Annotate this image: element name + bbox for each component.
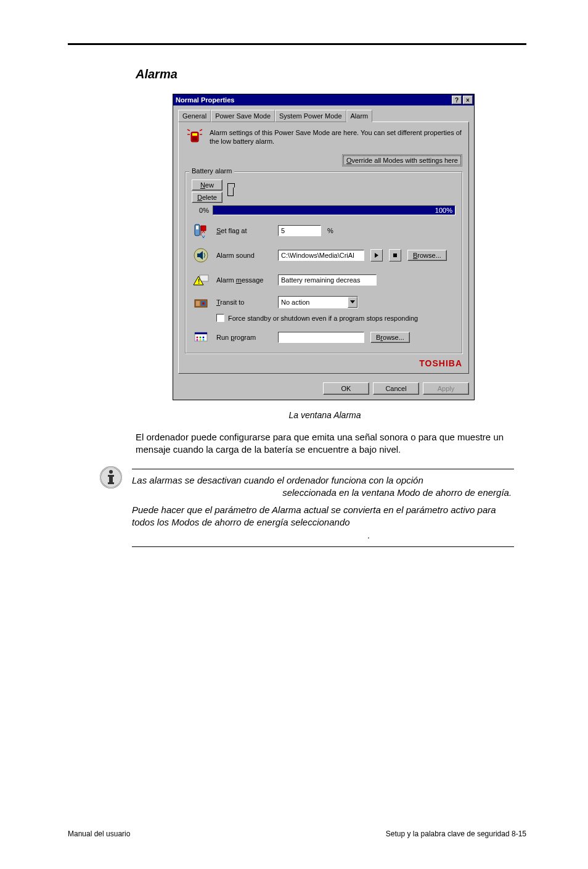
program-icon bbox=[192, 328, 210, 347]
svg-point-24 bbox=[203, 339, 205, 341]
scale-min: 0% bbox=[192, 207, 209, 214]
row-alarm-message: ! Alarm message bbox=[192, 271, 455, 289]
cancel-button[interactable]: Cancel bbox=[373, 382, 419, 395]
chevron-down-icon bbox=[348, 297, 357, 308]
screenshot: Normal Properties ? × General Power Save… bbox=[173, 94, 475, 400]
tab-system-power[interactable]: System Power Mode bbox=[275, 110, 346, 122]
svg-rect-8 bbox=[196, 226, 198, 229]
svg-point-19 bbox=[197, 337, 198, 339]
warning-icon: ! bbox=[192, 271, 210, 289]
svg-point-20 bbox=[200, 337, 202, 339]
scale-bar[interactable]: 100% bbox=[213, 205, 455, 215]
alarm-message-input[interactable] bbox=[278, 274, 377, 286]
note-top-rule bbox=[132, 469, 514, 469]
tab-alarm[interactable]: Alarm bbox=[346, 110, 373, 122]
row-force: Force standby or shutdown even if a prog… bbox=[216, 314, 455, 322]
figure-caption: La ventana Alarma bbox=[136, 410, 514, 420]
browse-program-button[interactable]: Browse... bbox=[370, 332, 410, 343]
row-set-flag: Set flag at % bbox=[192, 221, 455, 240]
percent-label: % bbox=[327, 227, 333, 234]
page-footer: Manual del usuario Setup y la palabra cl… bbox=[68, 830, 526, 838]
svg-line-3 bbox=[187, 130, 190, 131]
svg-point-22 bbox=[197, 339, 198, 341]
top-rule bbox=[68, 43, 526, 45]
body-paragraph: El ordenador puede configurarse para que… bbox=[136, 431, 514, 456]
brand-logo: TOSHIBA bbox=[185, 358, 462, 368]
dialog-footer: OK Cancel Apply bbox=[173, 379, 474, 400]
set-flag-label: Set flag at bbox=[216, 227, 272, 234]
apply-button[interactable]: Apply bbox=[423, 382, 469, 395]
stop-button[interactable] bbox=[389, 249, 401, 262]
svg-rect-30 bbox=[108, 482, 114, 484]
force-label: Force standby or shutdown even if a prog… bbox=[228, 315, 418, 322]
svg-point-16 bbox=[202, 302, 205, 305]
alarm-icon bbox=[185, 128, 205, 148]
footer-left: Manual del usuario bbox=[68, 830, 130, 838]
svg-text:!: ! bbox=[198, 278, 200, 285]
scale-max: 100% bbox=[435, 207, 452, 214]
run-program-label: Run program bbox=[216, 334, 272, 341]
row-run-program: Run program Browse... bbox=[192, 328, 455, 347]
dialog-description: Alarm settings of this Power Save Mode a… bbox=[210, 128, 462, 146]
svg-rect-2 bbox=[192, 137, 197, 141]
note-block: Las alarmas se desactivan cuando el orde… bbox=[99, 465, 514, 552]
set-flag-input[interactable] bbox=[278, 225, 321, 236]
transit-label: Transit to bbox=[216, 299, 272, 306]
override-button[interactable]: Override all Modes with settings here bbox=[342, 154, 462, 167]
transit-select[interactable]: No action bbox=[278, 296, 358, 308]
svg-point-23 bbox=[200, 339, 202, 341]
group-title: Battery alarm bbox=[189, 167, 234, 175]
row-alarm-sound: Alarm sound Browse... bbox=[192, 246, 455, 265]
svg-rect-1 bbox=[192, 133, 197, 136]
flag-icon bbox=[192, 221, 210, 240]
svg-rect-15 bbox=[196, 301, 200, 306]
svg-point-21 bbox=[203, 337, 205, 339]
footer-right: Setup y la palabra clave de seguridad 8-… bbox=[386, 830, 526, 838]
svg-rect-11 bbox=[393, 253, 397, 257]
note-p2: Puede hacer que el parámetro de Alarma a… bbox=[132, 504, 514, 542]
note-p1: Las alarmas se desactivan cuando el orde… bbox=[132, 474, 514, 500]
transit-icon bbox=[192, 293, 210, 311]
close-icon[interactable]: × bbox=[463, 96, 473, 104]
alarm-message-label: Alarm message bbox=[216, 276, 272, 284]
delete-button[interactable]: Delete bbox=[192, 192, 223, 203]
new-button[interactable]: New bbox=[192, 179, 223, 191]
help-icon[interactable]: ? bbox=[452, 96, 462, 104]
info-icon bbox=[99, 465, 123, 490]
tab-panel: Alarm settings of this Power Save Mode a… bbox=[178, 121, 469, 374]
slider-handle[interactable] bbox=[227, 186, 234, 196]
row-transit: Transit to No action bbox=[192, 293, 455, 311]
alarm-sound-label: Alarm sound bbox=[216, 252, 272, 259]
svg-rect-18 bbox=[195, 332, 207, 334]
svg-line-5 bbox=[200, 130, 202, 131]
alarm-sound-path[interactable] bbox=[278, 250, 364, 261]
scale-row: 0% 100% bbox=[192, 205, 455, 215]
dialog-window: Normal Properties ? × General Power Save… bbox=[173, 94, 475, 400]
speaker-icon bbox=[192, 246, 210, 265]
run-program-input[interactable] bbox=[278, 332, 364, 343]
browse-sound-button[interactable]: Browse... bbox=[407, 250, 447, 261]
tab-general[interactable]: General bbox=[178, 110, 211, 122]
ok-button[interactable]: OK bbox=[323, 382, 369, 395]
svg-point-27 bbox=[109, 470, 113, 474]
titlebar-text: Normal Properties bbox=[176, 96, 451, 104]
play-button[interactable] bbox=[370, 249, 383, 262]
note-bottom-rule bbox=[132, 546, 514, 547]
force-checkbox[interactable] bbox=[216, 314, 224, 322]
transit-value: No action bbox=[279, 299, 348, 306]
titlebar: Normal Properties ? × bbox=[173, 94, 474, 105]
battery-alarm-group: Battery alarm New Delete 0% 100% bbox=[185, 171, 462, 353]
tab-power-save[interactable]: Power Save Mode bbox=[211, 110, 275, 122]
tabs: General Power Save Mode System Power Mod… bbox=[178, 110, 469, 122]
section-title: Alarma bbox=[136, 67, 526, 81]
svg-rect-29 bbox=[108, 475, 114, 477]
